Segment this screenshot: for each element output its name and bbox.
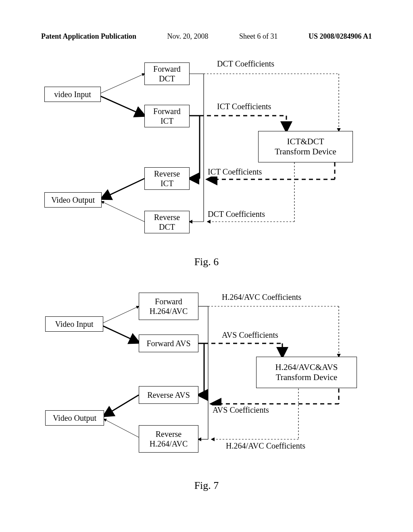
reverse-h264-box: Reverse H.264/AVC bbox=[139, 425, 198, 453]
forward-ict-line1: Forward bbox=[153, 106, 181, 116]
reverse-h264-line2: H.264/AVC bbox=[150, 439, 188, 449]
forward-ict-line2: ICT bbox=[161, 116, 173, 126]
reverse-ict-line1: Reverse bbox=[154, 169, 180, 179]
ict-dct-device-line2: Transform Device bbox=[275, 147, 336, 157]
reverse-avs-box: Reverse AVS bbox=[139, 386, 198, 404]
svg-line-35 bbox=[104, 419, 139, 437]
forward-h264-line1: Forward bbox=[155, 297, 182, 306]
forward-dct-line2: DCT bbox=[159, 74, 175, 83]
figure-6: video Input Video Output Forward DCT For… bbox=[40, 58, 371, 236]
avs-coef-bot-label: AVS Coefficients bbox=[213, 405, 269, 415]
dct-coef-top-label: DCT Coefficients bbox=[217, 59, 274, 69]
forward-avs-text: Forward AVS bbox=[146, 339, 190, 348]
video-output-text: Video Output bbox=[51, 195, 95, 205]
forward-ict-box: Forward ICT bbox=[144, 105, 190, 127]
reverse-dct-box: Reverse DCT bbox=[144, 211, 190, 233]
figure-6-caption: Fig. 6 bbox=[0, 256, 413, 268]
video-input-box-2: Video Input bbox=[45, 316, 103, 332]
forward-dct-box: Forward DCT bbox=[144, 62, 190, 85]
h264-avs-device-line1: H.264/AVC&AVS bbox=[275, 362, 338, 372]
ict-dct-device-box: ICT&DCT Transform Device bbox=[258, 131, 353, 162]
svg-line-18 bbox=[102, 306, 139, 323]
svg-line-16 bbox=[102, 179, 144, 199]
h264-avs-device-box: H.264/AVC&AVS Transform Device bbox=[256, 357, 357, 388]
video-input-text-2: Video Input bbox=[55, 319, 94, 329]
ict-dct-device-line1: ICT&DCT bbox=[287, 137, 324, 147]
reverse-avs-text: Reverse AVS bbox=[147, 390, 190, 400]
svg-line-17 bbox=[102, 202, 144, 222]
forward-dct-line1: Forward bbox=[153, 64, 181, 74]
sheet-label: Sheet 6 of 31 bbox=[239, 32, 277, 41]
publication-label: Patent Application Publication bbox=[41, 32, 136, 41]
video-input-box: video Input bbox=[44, 87, 101, 102]
reverse-ict-box: Reverse ICT bbox=[144, 167, 190, 190]
svg-line-19 bbox=[102, 326, 139, 343]
publication-date: Nov. 20, 2008 bbox=[167, 32, 209, 41]
reverse-ict-line2: ICT bbox=[161, 179, 173, 188]
figure-7-caption: Fig. 7 bbox=[0, 480, 413, 492]
reverse-dct-line1: Reverse bbox=[154, 212, 180, 222]
video-output-box: Video Output bbox=[44, 192, 102, 208]
ict-coef-bot-label: ICT Coefficients bbox=[208, 167, 262, 177]
ict-coef-top-label: ICT Coefficients bbox=[217, 102, 271, 111]
svg-line-34 bbox=[104, 395, 139, 416]
forward-h264-line2: H.264/AVC bbox=[150, 306, 188, 316]
h264-avs-device-line2: Transform Device bbox=[276, 372, 338, 382]
svg-line-1 bbox=[100, 96, 144, 116]
forward-avs-box: Forward AVS bbox=[139, 335, 198, 352]
reverse-h264-line1: Reverse bbox=[156, 429, 181, 439]
video-output-box-2: Video Output bbox=[45, 410, 104, 426]
h264-coef-bot-label: H.264/AVC Coefficients bbox=[226, 441, 305, 451]
dct-coef-bot-label: DCT Coefficients bbox=[208, 210, 265, 219]
video-input-text: video Input bbox=[54, 89, 91, 99]
avs-coef-top-label: AVS Coefficients bbox=[222, 330, 278, 340]
video-output-text-2: Video Output bbox=[53, 413, 96, 423]
publication-number: US 2008/0284906 A1 bbox=[309, 32, 372, 41]
forward-h264-box: Forward H.264/AVC bbox=[139, 293, 198, 320]
reverse-dct-line2: DCT bbox=[159, 222, 175, 232]
figure-7: Video Input Video Output Forward H.264/A… bbox=[40, 290, 371, 455]
page-header: Patent Application Publication Nov. 20, … bbox=[0, 32, 413, 41]
svg-line-0 bbox=[100, 74, 144, 94]
h264-coef-top-label: H.264/AVC Coefficients bbox=[222, 293, 301, 302]
